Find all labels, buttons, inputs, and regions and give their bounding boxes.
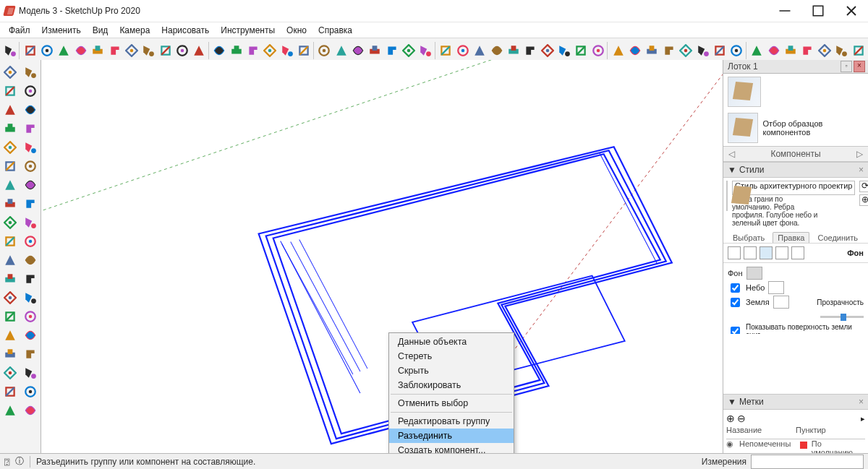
tool-label[interactable]	[278, 41, 295, 61]
tool-line[interactable]	[38, 41, 55, 61]
tags-header[interactable]: ▼Метки ×	[723, 394, 868, 410]
menu-help[interactable]: Справка	[314, 24, 357, 37]
tool-push[interactable]	[123, 41, 140, 61]
tool-eraser[interactable]	[22, 41, 38, 61]
ltool-move[interactable]	[21, 194, 40, 213]
tool-plugin2[interactable]	[678, 41, 694, 61]
tool-protractor[interactable]	[228, 41, 244, 61]
panel-close-icon[interactable]: ×	[859, 397, 864, 407]
ltool-eraser[interactable]	[1, 82, 20, 100]
ctx-erase[interactable]: Стереть	[389, 349, 514, 363]
tool-front[interactable]	[454, 41, 471, 61]
ltool-follow[interactable]	[21, 176, 40, 194]
tool-plugin4[interactable]	[711, 41, 728, 61]
menu-tools[interactable]: Инструменты	[216, 24, 279, 37]
tool-freehand[interactable]	[56, 41, 72, 61]
tool-plugin1[interactable]	[660, 41, 677, 61]
edge-settings-icon[interactable]	[728, 246, 741, 259]
tool-plugin5[interactable]	[728, 41, 745, 61]
tool-house6[interactable]	[833, 41, 849, 61]
ltool-arc[interactable]	[1, 119, 20, 138]
tool-prev-view[interactable]	[383, 41, 400, 61]
help-icon[interactable]: ⍰	[4, 457, 9, 467]
menu-edit[interactable]: Изменить	[38, 24, 85, 37]
tool-add-section[interactable]	[590, 41, 606, 61]
tool-house4[interactable]	[799, 41, 816, 61]
menu-view[interactable]: Вид	[88, 24, 113, 37]
ltool-poly[interactable]	[1, 157, 20, 176]
ltool-free[interactable]	[21, 100, 40, 119]
ltool-style[interactable]	[21, 401, 40, 420]
tag-row[interactable]: ◉ Непомеченны По умолчанию	[726, 439, 865, 452]
tool-top[interactable]	[438, 41, 454, 61]
ltool-scale2[interactable]	[1, 232, 20, 251]
ltool-prev[interactable]	[21, 345, 40, 363]
ltool-solid[interactable]	[1, 401, 20, 420]
ltool-push[interactable]	[1, 176, 20, 194]
modeling-icon[interactable]	[791, 246, 804, 259]
sky-color-swatch[interactable]	[768, 281, 784, 294]
tool-left[interactable]	[505, 41, 522, 61]
ltool-pie[interactable]	[21, 157, 40, 176]
menu-file[interactable]: Файл	[4, 24, 35, 37]
tool-scale[interactable]	[191, 41, 208, 61]
tool-circle[interactable]	[90, 41, 106, 61]
ctx-explode[interactable]: Разъединить	[389, 429, 514, 443]
bg-settings-icon[interactable]	[760, 246, 773, 259]
ltool-circle[interactable]	[21, 138, 40, 157]
bg-color-swatch[interactable]	[746, 267, 762, 280]
style-new-icon[interactable]: ⊕	[859, 194, 868, 206]
watermark-icon[interactable]	[775, 246, 788, 259]
tool-paint[interactable]	[296, 41, 312, 61]
ltool-protractor[interactable]	[21, 251, 40, 270]
canvas[interactable]: Данные объектаСтеретьСкрытьЗаблокировать…	[41, 60, 723, 454]
ltool-orbit[interactable]	[1, 307, 20, 326]
ground-checkbox[interactable]	[731, 298, 740, 307]
tool-fog[interactable]	[539, 41, 556, 61]
sky-checkbox[interactable]	[731, 283, 740, 293]
info-icon[interactable]: ⓘ	[15, 455, 24, 468]
components-item[interactable]: Отбор образцов компонентов	[723, 110, 868, 146]
ltool-dim[interactable]	[1, 251, 20, 270]
ltool-pan[interactable]	[21, 307, 40, 326]
tool-zoom-ext[interactable]	[367, 41, 383, 61]
ltool-select[interactable]	[1, 63, 20, 82]
ground-color-swatch[interactable]	[773, 296, 789, 309]
transparency-slider[interactable]	[820, 316, 864, 318]
tool-pan[interactable]	[333, 41, 349, 61]
tag-color-swatch[interactable]	[800, 442, 807, 449]
ltool-walk[interactable]	[1, 363, 20, 382]
ltool-offset[interactable]	[1, 194, 20, 213]
menu-window[interactable]: Окно	[282, 24, 311, 37]
ltool-line[interactable]	[1, 100, 20, 119]
ctx-lock[interactable]: Заблокировать	[389, 378, 514, 392]
tool-select[interactable]	[1, 41, 18, 61]
components-footer[interactable]: ◁ Компоненты ▷	[723, 146, 868, 162]
components-item[interactable]	[723, 74, 868, 110]
ctx-hide[interactable]: Скрыть	[389, 363, 514, 378]
tool-house5[interactable]	[816, 41, 833, 61]
ltool-zoom[interactable]	[1, 326, 20, 345]
ltool-sandbox[interactable]	[21, 382, 40, 401]
tab-edit[interactable]: Правка	[773, 232, 809, 243]
panel-close-icon[interactable]: ×	[859, 165, 864, 175]
tool-position[interactable]	[644, 41, 660, 61]
ltool-scale[interactable]	[21, 213, 40, 232]
ltool-zoomwin[interactable]	[21, 326, 40, 345]
tool-tape[interactable]	[211, 41, 228, 61]
ltool-tape[interactable]	[21, 232, 40, 251]
tool-iso[interactable]	[417, 41, 434, 61]
tool-house7[interactable]	[850, 41, 867, 61]
tool-plugin3[interactable]	[694, 41, 711, 61]
tab-mix[interactable]: Соединить	[812, 232, 863, 243]
tool-rect[interactable]	[72, 41, 89, 61]
minimize-button[interactable]	[768, 0, 801, 22]
face-settings-icon[interactable]	[744, 246, 757, 259]
tool-text[interactable]	[244, 41, 261, 61]
ctx-make_comp[interactable]: Создать компонент...	[389, 443, 514, 454]
ctx-edit_group[interactable]: Редактировать группу	[389, 414, 514, 429]
ltool-rotate[interactable]	[1, 213, 20, 232]
tool-section[interactable]	[573, 41, 590, 61]
tool-back[interactable]	[488, 41, 505, 61]
styles-header[interactable]: ▼Стили ×	[723, 162, 868, 178]
